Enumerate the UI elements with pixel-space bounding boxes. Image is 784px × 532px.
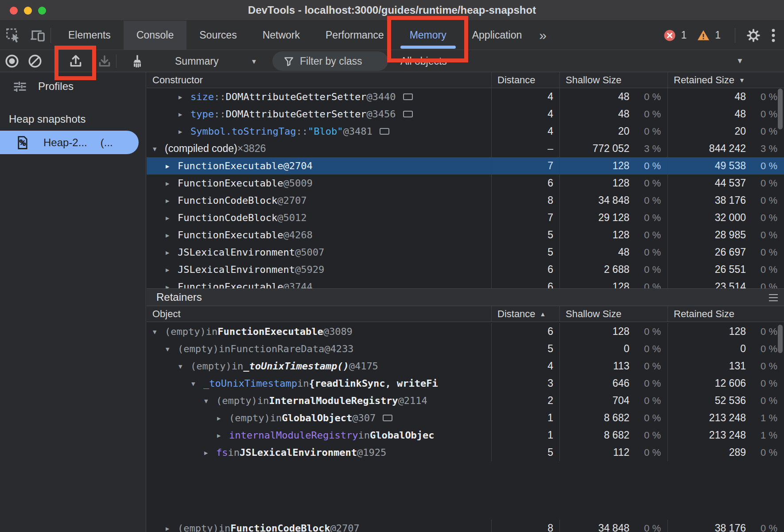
expand-arrow-icon[interactable]: ▶ — [217, 415, 229, 422]
tab-elements[interactable]: Elements — [55, 21, 124, 50]
table-row[interactable]: ▶fs in JSLexicalEnvironment @192551120 %… — [147, 444, 784, 461]
toolbar-overflow-caret-icon[interactable]: ▼ — [736, 50, 744, 72]
perspective-select-caret-icon[interactable]: ▼ — [251, 50, 257, 72]
tab-application[interactable]: Application — [459, 21, 535, 50]
column-header-retained-size[interactable]: Retained Size — [668, 306, 784, 322]
inspect-element-icon[interactable] — [5, 27, 21, 43]
collapse-arrow-icon[interactable]: ▼ — [153, 145, 165, 152]
heap-snapshot-item[interactable]: Heap-2... (... — [0, 131, 139, 154]
tab-sources[interactable]: Sources — [186, 21, 249, 50]
table-row[interactable]: ▼(empty) in FunctionExecutable @30896128… — [147, 323, 784, 340]
table-row[interactable]: ▼_toUnixTimestamp in {readlinkSync, writ… — [147, 375, 784, 392]
collapse-arrow-icon[interactable]: ▼ — [166, 346, 178, 353]
size-value: 128 — [560, 229, 629, 241]
expand-arrow-icon[interactable]: ▶ — [166, 180, 178, 187]
clear-profiles-button[interactable] — [27, 50, 43, 72]
expand-arrow-icon[interactable]: ▶ — [166, 525, 178, 532]
object-name-segment: @2707 — [277, 195, 307, 206]
table-row[interactable]: ▶(empty) in GlobalObject @30718 6820 %21… — [147, 409, 784, 427]
retainers-pane-titlebar[interactable]: Retainers — [147, 288, 784, 306]
retainers-menu-icon[interactable] — [769, 294, 778, 301]
constructors-scrollbar-thumb[interactable] — [778, 89, 783, 129]
more-tabs-chevron-icon[interactable]: » — [535, 21, 550, 50]
collapse-arrow-icon[interactable]: ▼ — [153, 328, 165, 335]
table-row[interactable]: ▶Symbol.toStringTag :: "Blob" @34814200 … — [147, 123, 784, 140]
table-row[interactable]: ▼(compiled code) ×3826–772 0523 %844 242… — [147, 140, 784, 157]
column-header-shallow-size[interactable]: Shallow Size — [559, 72, 668, 88]
close-window-button[interactable] — [10, 7, 18, 15]
load-profile-button[interactable] — [68, 50, 83, 72]
table-row[interactable]: ▶JSLexicalEnvironment @592962 6880 %26 5… — [147, 261, 784, 278]
snapshot-name: Heap-2... — [43, 136, 87, 149]
table-row[interactable]: ▶FunctionExecutable @270471280 %49 5380 … — [147, 157, 784, 175]
tab-memory[interactable]: Memory — [397, 21, 459, 50]
column-header-distance[interactable]: Distance — [491, 72, 559, 88]
table-row[interactable]: ▶JSLexicalEnvironment @50075480 %26 6970… — [147, 244, 784, 261]
class-filter-select[interactable]: All objects — [400, 50, 447, 72]
warning-badge-icon[interactable] — [696, 29, 710, 42]
reveal-icon[interactable] — [380, 128, 389, 135]
expand-arrow-icon[interactable]: ▶ — [166, 249, 178, 256]
collapse-arrow-icon[interactable]: ▼ — [179, 363, 190, 370]
more-options-icon[interactable] — [771, 28, 776, 43]
collapse-arrow-icon[interactable]: ▼ — [191, 380, 203, 387]
tab-performance[interactable]: Performance — [313, 21, 397, 50]
collapse-arrow-icon[interactable]: ▼ — [204, 397, 216, 404]
column-header-shallow-size[interactable]: Shallow Size — [559, 306, 668, 322]
expand-arrow-icon[interactable]: ▶ — [166, 283, 178, 289]
table-row[interactable]: ▶size :: DOMAttributeGetterSetter @34404… — [147, 88, 784, 105]
reveal-icon[interactable] — [403, 111, 413, 117]
size-percent: 0 % — [629, 264, 668, 276]
expand-arrow-icon[interactable]: ▶ — [166, 163, 178, 170]
object-name-segment: @4233 — [324, 343, 353, 354]
shallow-size-cell: 6460 % — [559, 375, 668, 392]
retainers-scrollbar-thumb[interactable] — [778, 325, 783, 353]
table-row[interactable]: ▼(empty) in InternalModuleRegistry @2114… — [147, 392, 784, 409]
device-toolbar-icon[interactable] — [29, 27, 46, 43]
minimize-window-button[interactable] — [24, 7, 32, 15]
tab-network[interactable]: Network — [250, 21, 313, 50]
save-profile-button[interactable] — [97, 50, 112, 72]
object-name-segment: FunctionExecutable — [178, 160, 283, 171]
reveal-icon[interactable] — [403, 93, 413, 100]
column-header-constructor[interactable]: Constructor — [147, 72, 491, 88]
zoom-window-button[interactable] — [38, 7, 46, 15]
size-value: 128 — [560, 160, 629, 172]
table-row[interactable]: ▶FunctionCodeBlock @5012729 1280 %32 000… — [147, 209, 784, 226]
table-row[interactable]: ▶FunctionExecutable @426851280 %28 9850 … — [147, 226, 784, 244]
settings-gear-icon[interactable] — [746, 28, 761, 43]
reveal-icon[interactable] — [383, 415, 392, 421]
table-row[interactable]: ▼(empty) in _toUnixTimestamp() @41754113… — [147, 357, 784, 375]
perspective-select[interactable]: Summary — [175, 50, 218, 72]
expand-arrow-icon[interactable]: ▶ — [166, 266, 178, 273]
column-header-distance[interactable]: Distance▲ — [491, 306, 559, 322]
object-name-segment: _toUnixTimestamp — [203, 378, 297, 389]
expand-arrow-icon[interactable]: ▶ — [204, 449, 216, 456]
filter-by-class-input[interactable]: Filter by class — [272, 51, 388, 71]
size-percent: 0 % — [629, 160, 668, 172]
shallow-size-cell: 480 % — [559, 105, 668, 123]
error-badge-icon[interactable] — [663, 29, 676, 42]
column-header-object[interactable]: Object — [147, 306, 491, 322]
table-row[interactable]: ▶(empty) in FunctionCodeBlock @2707834 8… — [147, 520, 784, 532]
clear-console-brush-icon[interactable] — [130, 50, 145, 72]
table-row[interactable]: ▶FunctionCodeBlock @2707834 8480 %38 176… — [147, 192, 784, 209]
object-name-segment: (empty) — [216, 395, 257, 406]
table-row[interactable]: ▼(empty) in FunctionRareData @4233500 %0… — [147, 340, 784, 357]
shallow-size-cell: 480 % — [559, 244, 668, 261]
table-row[interactable]: ▶FunctionExecutable @374461280 %23 5140 … — [147, 278, 784, 288]
expand-arrow-icon[interactable]: ▶ — [166, 214, 178, 221]
expand-arrow-icon[interactable]: ▶ — [217, 432, 229, 439]
column-header-retained-size[interactable]: Retained Size▼ — [668, 72, 784, 88]
expand-arrow-icon[interactable]: ▶ — [179, 93, 190, 101]
size-percent: 0 % — [746, 378, 784, 389]
take-snapshot-button[interactable] — [4, 50, 19, 72]
expand-arrow-icon[interactable]: ▶ — [179, 128, 190, 135]
table-row[interactable]: ▶internalModuleRegistry in GlobalObjec18… — [147, 427, 784, 444]
expand-arrow-icon[interactable]: ▶ — [179, 111, 190, 118]
table-row[interactable]: ▶type :: DOMAttributeGetterSetter @34564… — [147, 105, 784, 123]
tab-console[interactable]: Console — [124, 21, 186, 50]
table-row[interactable]: ▶FunctionExecutable @500961280 %44 5370 … — [147, 175, 784, 192]
expand-arrow-icon[interactable]: ▶ — [166, 197, 178, 204]
expand-arrow-icon[interactable]: ▶ — [166, 232, 178, 239]
